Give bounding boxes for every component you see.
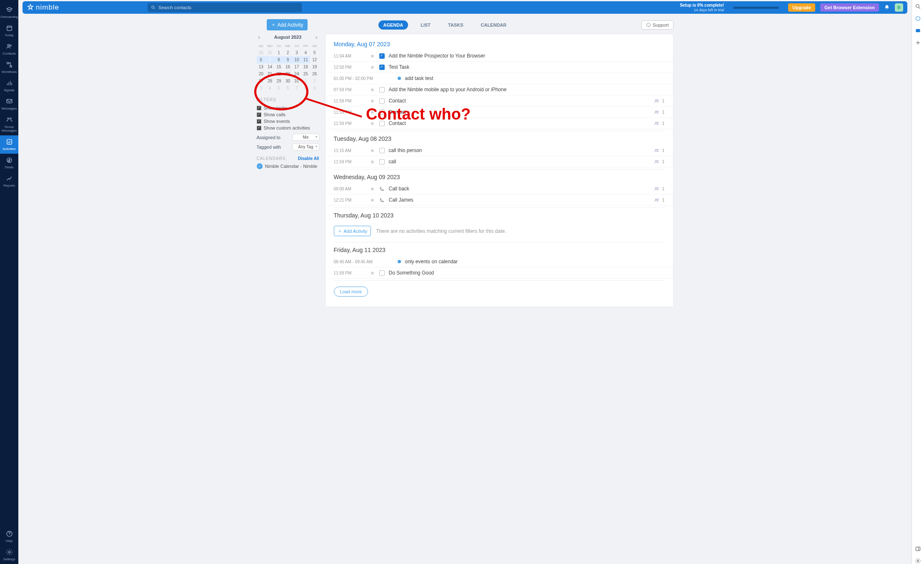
outlook-icon[interactable] (915, 27, 921, 34)
next-month-button[interactable]: › (316, 34, 318, 40)
calendar-day[interactable]: 15 (274, 63, 283, 70)
star-icon[interactable] (370, 121, 375, 126)
calendar-day[interactable]: 13 (257, 63, 265, 70)
calendar-day[interactable]: 6 (257, 56, 265, 63)
task-checkbox[interactable] (379, 270, 385, 276)
tagged-with-select[interactable]: Any Tag (293, 143, 319, 150)
calendar-entry[interactable]: ✓ Nimble Calendar - Nimble (257, 163, 319, 169)
filter-show-tasks[interactable]: Show tasks (257, 105, 319, 111)
calendar-day[interactable]: 30 (257, 49, 265, 56)
tab-agenda[interactable]: AGENDA (378, 20, 408, 30)
calendar-day[interactable]: 22 (274, 70, 283, 77)
activity-row[interactable]: 11:59 PMContact1 (326, 107, 673, 118)
task-checkbox[interactable] (379, 53, 385, 59)
nav-activities[interactable]: Activities (0, 135, 18, 154)
nav-settings[interactable]: Settings (0, 546, 18, 564)
activity-row[interactable]: 11:04 AMAdd the Nimble Prospector to You… (326, 50, 673, 62)
tab-list[interactable]: LIST (416, 20, 436, 30)
calendar-day[interactable]: 16 (283, 63, 292, 70)
calendar-day[interactable]: 9 (310, 85, 319, 92)
star-icon[interactable] (370, 87, 375, 92)
calendar-day[interactable]: 12 (310, 56, 319, 63)
activity-row[interactable]: 12:50 PMTest Task (326, 62, 673, 73)
activity-row[interactable]: 11:59 PMDo Something Good (326, 267, 673, 279)
add-activity-button[interactable]: ＋ Add Activity (267, 19, 308, 30)
activity-row[interactable]: 11:59 PMcall1 (326, 156, 673, 167)
activity-row[interactable]: 08:45 AM - 09:45 AMonly events on calend… (326, 256, 673, 267)
star-icon[interactable] (370, 148, 375, 153)
calendar-day[interactable]: 14 (265, 63, 274, 70)
star-icon[interactable] (370, 98, 375, 104)
nav-deals[interactable]: Deals (0, 154, 18, 172)
search-input[interactable]: Search contacts (148, 3, 302, 12)
copilot-icon[interactable] (915, 15, 921, 22)
calendar-day[interactable]: 31 (292, 77, 301, 85)
activity-row[interactable]: 11:59 PMContact1 (326, 95, 673, 107)
task-checkbox[interactable] (379, 159, 385, 165)
calendar-day[interactable]: 25 (301, 70, 310, 77)
star-icon[interactable] (370, 65, 375, 70)
search-icon[interactable] (915, 3, 921, 10)
task-checkbox[interactable] (379, 65, 385, 70)
mini-calendar[interactable]: SUMOTUWETHFRSA30311234567891011121314151… (257, 43, 319, 92)
star-icon[interactable] (370, 53, 375, 59)
activity-row[interactable]: 01:00 PM - 02:00 PMadd task test (326, 73, 673, 84)
calendar-day[interactable]: 28 (265, 77, 274, 85)
avatar[interactable]: B (895, 3, 903, 12)
brand-logo[interactable]: nimble (27, 3, 59, 12)
star-icon[interactable] (370, 186, 375, 192)
calendar-day[interactable]: 21 (265, 70, 274, 77)
activity-row[interactable]: 09:00 AMCall back1 (326, 183, 673, 195)
task-checkbox[interactable] (379, 110, 385, 115)
calendar-day[interactable]: 7 (292, 85, 301, 92)
activity-row[interactable]: 07:59 PMAdd the Nimble mobile app to you… (326, 84, 673, 95)
calendar-day[interactable]: 1 (274, 49, 283, 56)
panel-icon[interactable] (915, 546, 921, 552)
star-icon[interactable] (370, 110, 375, 115)
plus-icon[interactable] (915, 40, 921, 46)
add-activity-inline-button[interactable]: ＋Add Activity (334, 226, 371, 236)
calendar-day[interactable]: 9 (283, 56, 292, 63)
bell-icon[interactable] (884, 5, 890, 10)
browser-extension-button[interactable]: Get Browser Extension (820, 3, 879, 12)
nav-help[interactable]: Help (0, 527, 18, 546)
activity-row[interactable]: 12:21 PMCall James1 (326, 195, 673, 206)
load-more-button[interactable]: Load more (334, 287, 368, 297)
calendar-day[interactable]: 3 (292, 49, 301, 56)
calendar-day[interactable]: 4 (265, 85, 274, 92)
prev-month-button[interactable]: ‹ (258, 34, 260, 40)
calendar-day[interactable]: 17 (292, 63, 301, 70)
calendar-day[interactable]: 26 (310, 70, 319, 77)
nav-signals[interactable]: Signals (0, 77, 18, 95)
gear-icon[interactable] (915, 558, 921, 564)
activity-row[interactable]: 11:15 AMcall this person1 (326, 145, 673, 156)
calendar-day[interactable]: 3 (257, 85, 265, 92)
calendar-day[interactable]: 20 (257, 70, 265, 77)
calendar-day[interactable]: 5 (274, 85, 283, 92)
star-icon[interactable] (370, 159, 375, 165)
calendar-day[interactable]: 23 (283, 70, 292, 77)
filter-show-custom-activities[interactable]: Show custom activities (257, 125, 319, 131)
calendar-day[interactable]: 19 (310, 63, 319, 70)
calendar-day[interactable]: 8 (274, 56, 283, 63)
nav-group-messages[interactable]: Group Messages (0, 113, 18, 135)
nav-onboarding[interactable]: Onboarding (0, 3, 18, 22)
activity-row[interactable]: 11:59 PMContact1 (326, 118, 673, 129)
tab-calendar[interactable]: CALENDAR (476, 20, 512, 30)
tab-tasks[interactable]: TASKS (443, 20, 468, 30)
nav-contacts[interactable]: Contacts (0, 40, 18, 58)
disable-all-link[interactable]: Disable All (298, 156, 319, 161)
calendar-day[interactable]: 10 (292, 56, 301, 63)
star-icon[interactable] (370, 270, 375, 276)
calendar-day[interactable]: 11 (301, 56, 310, 63)
star-icon[interactable] (370, 197, 375, 203)
calendar-day[interactable]: 27 (257, 77, 265, 85)
calendar-day[interactable]: 6 (283, 85, 292, 92)
assigned-to-select[interactable]: Me (293, 134, 319, 141)
nav-workflows[interactable]: Workflows (0, 58, 18, 77)
calendar-day[interactable]: 31 (265, 49, 274, 56)
task-checkbox[interactable] (379, 98, 385, 104)
calendar-day[interactable]: 29 (274, 77, 283, 85)
calendar-day[interactable]: 1 (301, 77, 310, 85)
calendar-day[interactable]: 7 (265, 56, 274, 63)
